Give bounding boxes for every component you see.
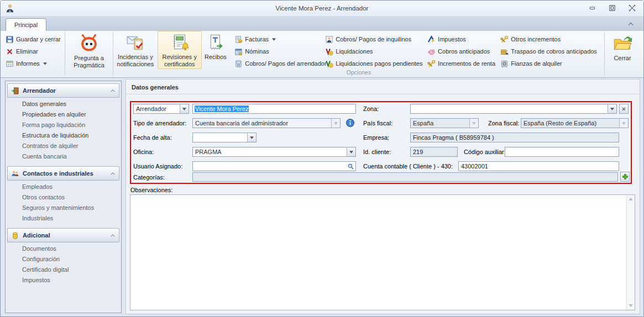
sidebar-group-title: Arrendador [23, 87, 110, 94]
delete-button[interactable]: Eliminar [4, 46, 62, 56]
add-categoria-button[interactable] [620, 172, 630, 182]
delete-x-icon [6, 47, 14, 56]
cobros-pagos-arrendador-label: Cobros/ Pagos del arrendador [245, 60, 326, 67]
cobros-anticipados-button[interactable]: Cobros anticipados [426, 46, 499, 56]
codigo-auxiliar-input[interactable] [505, 147, 619, 157]
cuenta-contable-input[interactable] [458, 161, 619, 171]
fecha-alta-combo[interactable] [192, 133, 256, 142]
traspaso-cobros-anticipados-button[interactable]: Traspaso de cobros anticipados [499, 46, 604, 56]
sidebar-item-forma-pago-liquidacion[interactable]: Forma pago liquidación [6, 120, 121, 130]
combo-arrow-icon[interactable] [180, 104, 189, 113]
sidebar-item-configuracion[interactable]: Configuración [6, 254, 121, 265]
observaciones-label: Observaciones: [130, 187, 172, 193]
dropdown-caret-icon [272, 38, 276, 41]
pregunta-pragmatica-label-2: Pragmática [74, 62, 104, 69]
observaciones-textarea[interactable] [130, 195, 626, 310]
ribbon: Guardar y cerrar Eliminar Informes [1, 31, 643, 78]
sidebar-item-cuenta-bancaria[interactable]: Cuenta bancaria [6, 151, 121, 162]
close-button[interactable] [626, 3, 638, 13]
sidebar-group-title: Adicional [23, 232, 110, 239]
sidebar-item-documentos[interactable]: Documentos [6, 244, 121, 254]
facturas-button[interactable]: Facturas [233, 34, 323, 44]
incrementos-renta-button[interactable]: Incrementos de renta [426, 59, 499, 68]
search-icon[interactable] [347, 163, 354, 170]
content-area: Arrendador Datos generales Propiedades e… [1, 78, 643, 316]
dropdown-caret-icon [43, 62, 47, 65]
liquidaciones-pendientes-button[interactable]: Liquidaciones pagos pendientes [323, 59, 426, 68]
nominas-label: Nóminas [245, 48, 269, 55]
liquidaciones-pendientes-label: Liquidaciones pagos pendientes [336, 60, 422, 67]
reports-label: Informes [16, 60, 40, 67]
transfer-chest-icon [500, 47, 509, 56]
tab-principal[interactable]: Principal [6, 18, 46, 31]
empresa-field: Fincas Pragma ( B58959784 ) [410, 133, 619, 142]
recibos-button[interactable]: Recibos [202, 31, 230, 69]
traspaso-cobros-label: Traspaso de cobros anticipados [511, 48, 597, 55]
sidebar-item-industriales[interactable]: Industriales [6, 213, 121, 224]
pais-fiscal-label: País fiscal: [363, 118, 392, 128]
cobros-pagos-arrendador-button[interactable]: Cobros/ Pagos del arrendador [233, 59, 323, 68]
sidebar-item-datos-generales[interactable]: Datos generales [6, 99, 121, 109]
receipt-icon [206, 33, 225, 52]
tenant-card-icon [325, 35, 333, 44]
usuario-asignado-input[interactable] [192, 161, 356, 171]
observaciones-scrollbar[interactable] [626, 195, 635, 310]
incidencias-notificaciones-button[interactable]: Incidencias y notificaciones [113, 31, 158, 69]
sidebar-group-contactos[interactable]: Contactos e industriales [7, 166, 119, 181]
sidebar-item-propiedades-en-alquiler[interactable]: Propiedades en alquiler [6, 109, 121, 120]
close-folder-icon [612, 33, 632, 53]
sidebar-item-seguros-y-mantenimientos[interactable]: Seguros y mantenimientos [6, 203, 121, 213]
id-cliente-label: Id. cliente: [363, 147, 391, 157]
incidencias-label: Incidencias y notificaciones [114, 54, 157, 68]
liquidaciones-button[interactable]: Liquidaciones [323, 46, 426, 56]
revisiones-certificados-button[interactable]: Revisiones y certificados [158, 31, 202, 69]
general-data-form: Arrendador Vicente Mora Perez Zona: Tipo… [130, 101, 632, 184]
combo-arrow-icon[interactable] [247, 133, 256, 142]
cerrar-button[interactable]: Cerrar [606, 31, 639, 77]
zona-combo[interactable] [410, 104, 617, 114]
cerrar-label: Cerrar [614, 55, 631, 62]
invoices-icon [234, 35, 243, 44]
sidebar-item-contratos-de-alquiler[interactable]: Contratos de alquiler [6, 141, 121, 151]
zona-clear-button[interactable] [619, 104, 629, 114]
rent-increase-tools-icon [427, 60, 436, 68]
fianzas-alquiler-label: Fianzas de alquiler [511, 60, 562, 67]
save-and-close-button[interactable]: Guardar y cerrar [4, 34, 62, 44]
report-table-icon [6, 60, 14, 68]
door-icon [11, 87, 19, 95]
nominas-button[interactable]: Nóminas [233, 46, 323, 56]
zona-fiscal-value: España (Resto de España) [521, 119, 619, 128]
record-type-combo[interactable]: Arrendador [133, 104, 189, 114]
info-icon[interactable] [345, 118, 355, 128]
impuestos-button[interactable]: Impuestos [426, 34, 499, 44]
pregunta-pragmatica-button[interactable]: Pregunta a Pragmática [65, 31, 113, 77]
fianzas-alquiler-button[interactable]: Fianzas de alquiler [499, 59, 604, 68]
scroll-down-button[interactable] [627, 302, 635, 310]
sidebar-item-empleados[interactable]: Empleados [6, 182, 121, 192]
tax-agency-icon [427, 35, 436, 44]
combo-arrow-icon[interactable] [347, 147, 355, 156]
restore-button[interactable] [606, 3, 618, 13]
save-icon [6, 35, 14, 44]
safe-box-icon [500, 60, 509, 68]
reports-button[interactable]: Informes [4, 59, 62, 68]
sidebar-item-impuestos[interactable]: Impuestos [6, 275, 121, 286]
piggy-bank-icon [427, 47, 436, 56]
sidebar-item-otros-contactos[interactable]: Otros contactos [6, 192, 121, 203]
sidebar-item-estructura-de-liquidacion[interactable]: Estructura de liquidación [6, 130, 121, 141]
sidebar-group-arrendador[interactable]: Arrendador [7, 83, 119, 98]
incidents-notifications-icon [126, 33, 145, 52]
oficina-combo[interactable]: PRAGMA [192, 147, 356, 157]
combo-arrow-icon [469, 119, 478, 128]
landlord-name-input[interactable]: Vicente Mora Perez [192, 104, 356, 114]
cobros-pagos-inquilinos-button[interactable]: Cobros/ Pagos de inquilinos [323, 34, 426, 44]
sidebar-group-adicional[interactable]: Adicional [7, 228, 119, 242]
collapse-ribbon-button[interactable] [626, 20, 636, 28]
otros-incrementos-button[interactable]: Otros incrementos [499, 34, 604, 44]
combo-arrow-icon[interactable] [608, 104, 616, 113]
liquidaciones-label: Liquidaciones [336, 48, 373, 55]
fecha-alta-value [193, 133, 247, 142]
scroll-up-button[interactable] [627, 195, 635, 203]
sidebar-item-certificado-digital[interactable]: Certificado digital [6, 265, 121, 275]
minimize-button[interactable] [586, 3, 598, 13]
